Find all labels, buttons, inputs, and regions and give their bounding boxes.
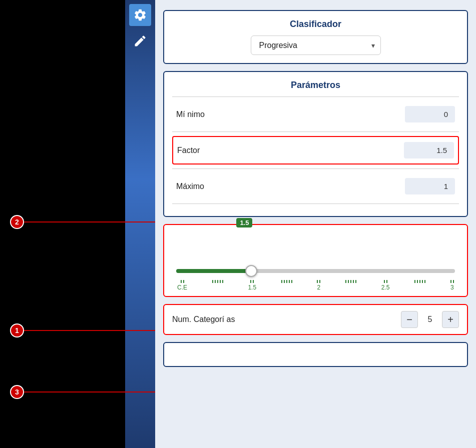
annotation-arrow-1 (10, 330, 155, 331)
tick-1-5: 1.5 (248, 280, 256, 291)
divider-3 (172, 168, 459, 169)
num-categorias-card: Num. Categorí as − 5 + (163, 304, 468, 335)
num-categorias-value: 5 (420, 315, 440, 324)
main-content: Clasificador Progresiva Lineal Exponenci… (155, 0, 476, 448)
divider-4 (172, 204, 459, 204)
annotation-circle-1: 1 (10, 324, 24, 338)
clasificador-select[interactable]: Progresiva Lineal Exponencial (251, 36, 381, 55)
tick-3: 3 (450, 280, 454, 291)
slider-bubble: 1.5 (236, 218, 252, 228)
tick-dots-2-5 (384, 280, 387, 283)
tick-2-5: 2.5 (381, 280, 390, 291)
divider-1 (172, 96, 459, 97)
clasificador-select-wrapper: Progresiva Lineal Exponencial ▾ (251, 36, 381, 55)
num-categorias-plus-button[interactable]: + (442, 311, 459, 328)
empty-bottom-card (163, 342, 468, 367)
annotation-3: 3 (10, 392, 155, 392)
param-input-maximo[interactable] (405, 178, 455, 194)
parametros-title: Parámetros (172, 80, 459, 90)
tick-label-3: 3 (450, 284, 454, 291)
tick-dots-3 (450, 280, 454, 283)
param-label-maximo: Máximo (176, 182, 204, 191)
tick-ce: C.E (177, 280, 187, 291)
param-row-maximo: Máximo (172, 173, 459, 200)
tick-dots-ce (181, 280, 184, 283)
clasificador-card: Clasificador Progresiva Lineal Exponenci… (163, 10, 468, 64)
tick-label-2: 2 (317, 284, 321, 291)
param-input-factor[interactable] (404, 142, 454, 158)
tick-label-1-5: 1.5 (248, 284, 256, 291)
parametros-card: Parámetros Mí nimo Factor Máximo (163, 71, 468, 217)
sidebar-nav (125, 0, 155, 448)
param-label-factor: Factor (177, 146, 200, 155)
param-label-minimo: Mí nimo (176, 110, 205, 119)
annotation-arrow-2 (10, 222, 155, 222)
slider-track (176, 265, 455, 277)
slider-container: 1.5 (172, 232, 459, 291)
pen-icon-button[interactable] (129, 30, 151, 52)
divider-2 (172, 132, 459, 132)
annotation-arrow-3 (10, 392, 155, 392)
param-row-factor: Factor (172, 136, 459, 164)
tick-dots-2 (317, 280, 320, 283)
annotation-circle-2: 2 (10, 215, 24, 229)
tick-dots-1-5 (250, 280, 254, 283)
annotation-1: 1 (10, 330, 155, 331)
slider-card: 1.5 (163, 224, 468, 297)
tick-label-2-5: 2.5 (381, 284, 390, 291)
num-categorias-minus-button[interactable]: − (401, 311, 418, 328)
num-categorias-label: Num. Categorí as (172, 315, 235, 324)
annotation-circle-3: 3 (10, 385, 24, 399)
param-row-minimo: Mí nimo (172, 101, 459, 128)
tick-2: 2 (317, 280, 320, 291)
clasificador-title: Clasificador (172, 19, 459, 30)
tick-label-ce: C.E (177, 284, 187, 291)
param-input-minimo[interactable] (405, 106, 455, 122)
num-categorias-controls: − 5 + (401, 311, 459, 328)
annotation-2: 2 (10, 222, 155, 222)
gear-icon-button[interactable] (129, 4, 151, 26)
